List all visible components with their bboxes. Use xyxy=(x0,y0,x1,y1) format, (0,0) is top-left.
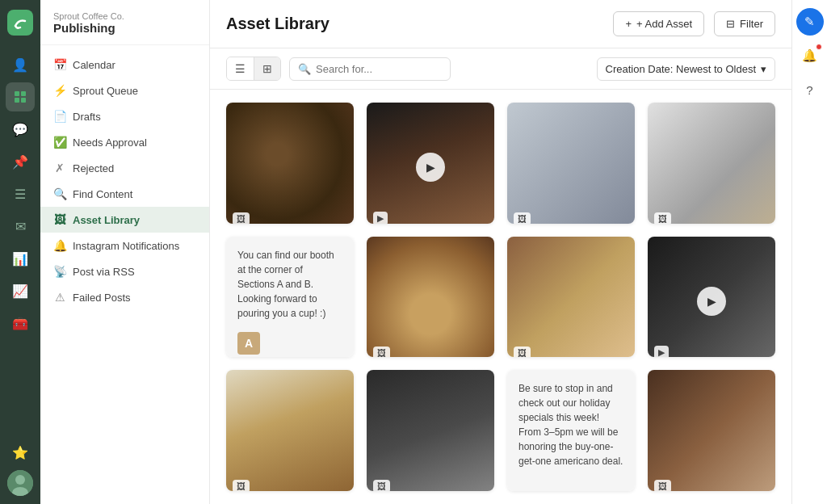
user-avatar[interactable] xyxy=(7,470,33,496)
chevron-down-icon: ▾ xyxy=(761,63,766,75)
asset-card[interactable]: 🖼 Assorted Coffee xyxy=(226,103,354,224)
asset-card[interactable]: Be sure to stop in and check out our hol… xyxy=(507,370,635,491)
sidebar-item-drafts[interactable]: 📄 Drafts xyxy=(40,103,209,129)
asset-thumbnail: 🖼 xyxy=(226,103,354,224)
search-icon: 🔍 xyxy=(298,63,311,75)
add-icon: + xyxy=(625,18,632,30)
filter-icon: ⊟ xyxy=(726,18,735,30)
sidebar-item-sprout-queue[interactable]: ⚡ Sprout Queue xyxy=(40,78,209,103)
filter-label: Filter xyxy=(740,18,763,30)
sidebar-item-asset-library[interactable]: 🖼 Asset Library xyxy=(40,207,209,233)
asset-thumbnail: 🖼 xyxy=(507,103,635,224)
notification-dot xyxy=(816,44,822,50)
asset-thumbnail: 🖼 xyxy=(648,370,775,491)
type-badge: 🖼 xyxy=(514,212,531,224)
play-button: ▶ xyxy=(416,153,445,182)
sort-dropdown[interactable]: Creation Date: Newest to Oldest ▾ xyxy=(597,57,775,81)
asset-thumbnail: ▶ ▶ xyxy=(648,237,775,358)
sidebar-icon-profile[interactable]: 👤 xyxy=(6,50,35,79)
asset-card[interactable]: 🖼 Pour Over Top xyxy=(648,103,775,224)
rss-icon: 📡 xyxy=(53,265,66,278)
sidebar-item-rejected[interactable]: ✗ Rejected xyxy=(40,155,209,181)
asset-card[interactable]: 🖼 xyxy=(367,370,494,491)
sidebar-item-instagram-notifications[interactable]: 🔔 Instagram Notifications xyxy=(40,233,209,258)
sidebar-item-label: Asset Library xyxy=(73,214,140,226)
asset-card[interactable]: ▶ ▶ Making an Esspresso xyxy=(367,103,494,224)
sidebar-icon-star[interactable]: ⭐ xyxy=(6,438,35,467)
toolbar: ☰ ⊞ 🔍 Creation Date: Newest to Oldest ▾ xyxy=(210,48,791,90)
nav-sidebar: Sprout Coffee Co. Publishing 📅 Calendar … xyxy=(40,0,210,504)
brand-name: Publishing xyxy=(53,21,196,35)
sidebar-icon-publishing[interactable] xyxy=(6,82,35,111)
sidebar-icon-tasks[interactable]: 📌 xyxy=(6,147,35,176)
asset-thumbnail: 🖼 xyxy=(226,370,354,491)
sidebar-icon-analytics[interactable]: 📊 xyxy=(6,244,35,273)
failed-posts-icon: ⚠ xyxy=(53,291,66,304)
svg-rect-2 xyxy=(15,98,19,103)
sidebar-item-label: Drafts xyxy=(73,111,101,123)
image-icon: 🖼 xyxy=(237,481,246,491)
asset-card[interactable]: ▶ ▶ How-to Milk Froth xyxy=(648,237,775,358)
svg-rect-1 xyxy=(21,91,26,96)
help-button[interactable]: ? xyxy=(796,76,824,103)
app-logo xyxy=(7,10,33,36)
sidebar-item-label: Failed Posts xyxy=(73,292,131,304)
brand-subtitle: Sprout Coffee Co. xyxy=(53,11,196,21)
sidebar-icon-send[interactable]: ✉ xyxy=(6,212,35,241)
nav-items: 📅 Calendar ⚡ Sprout Queue 📄 Drafts ✅ Nee… xyxy=(40,45,209,317)
sidebar-icon-messages[interactable]: 💬 xyxy=(6,115,35,144)
edit-profile-button[interactable]: ✎ xyxy=(796,8,824,36)
main-content: Asset Library + + Add Asset ⊟ Filter ☰ ⊞… xyxy=(210,0,791,504)
video-icon: ▶ xyxy=(658,347,665,358)
sidebar-item-label: Calendar xyxy=(73,59,115,71)
sidebar-icon-feeds[interactable]: ☰ xyxy=(6,179,35,208)
asset-card[interactable]: 🖼 Store View xyxy=(507,103,635,224)
add-asset-button[interactable]: + + Add Asset xyxy=(613,11,704,36)
image-icon: 🖼 xyxy=(518,214,527,224)
svg-rect-0 xyxy=(15,91,19,96)
asset-card[interactable]: 🖼 December Special xyxy=(507,237,635,358)
asset-thumbnail: ▶ ▶ xyxy=(367,103,494,224)
filter-button[interactable]: ⊟ Filter xyxy=(714,11,775,36)
view-toggle: ☰ ⊞ xyxy=(226,57,281,81)
asset-thumbnail: You can find our booth at the corner of … xyxy=(226,237,354,358)
image-icon: 🖼 xyxy=(377,481,386,491)
icon-sidebar: 👤 💬 📌 ☰ ✉ 📊 📈 🧰 ⭐ xyxy=(0,0,40,504)
asset-card[interactable]: 🖼 Latte Art xyxy=(367,237,494,358)
notifications-button[interactable]: 🔔 xyxy=(796,42,824,69)
sidebar-icon-tools[interactable]: 🧰 xyxy=(6,309,35,338)
asset-thumbnail: 🖼 xyxy=(648,103,775,224)
type-badge: 🖼 xyxy=(373,346,390,358)
add-asset-label: + Add Asset xyxy=(636,18,692,30)
sort-label: Creation Date: Newest to Oldest xyxy=(606,63,756,75)
sidebar-item-label: Rejected xyxy=(73,162,114,174)
sidebar-item-needs-approval[interactable]: ✅ Needs Approval xyxy=(40,129,209,155)
image-icon: 🖼 xyxy=(377,348,386,358)
instagram-icon: 🔔 xyxy=(53,239,66,252)
search-input[interactable] xyxy=(316,63,442,75)
sidebar-item-label: Needs Approval xyxy=(73,136,147,149)
sidebar-item-post-via-rss[interactable]: 📡 Post via RSS xyxy=(40,258,209,284)
grid-view-button[interactable]: ⊞ xyxy=(254,57,280,80)
asset-card[interactable]: 🖼 xyxy=(648,370,775,491)
sidebar-icon-reports[interactable]: 📈 xyxy=(6,276,35,305)
asset-thumbnail: 🖼 xyxy=(367,370,494,491)
image-icon: 🖼 xyxy=(518,348,527,358)
list-view-button[interactable]: ☰ xyxy=(227,57,254,80)
image-icon: 🖼 xyxy=(658,481,667,491)
type-badge: 🖼 xyxy=(233,480,250,491)
text-content: Be sure to stop in and check out our hol… xyxy=(518,381,623,468)
right-bar: ✎ 🔔 ? xyxy=(791,0,827,504)
type-badge: 🖼 xyxy=(233,212,250,224)
sidebar-item-calendar[interactable]: 📅 Calendar xyxy=(40,52,209,78)
page-title: Asset Library xyxy=(226,15,603,33)
sidebar-item-find-content[interactable]: 🔍 Find Content xyxy=(40,181,209,207)
search-box: 🔍 xyxy=(289,57,451,81)
svg-rect-3 xyxy=(21,98,26,103)
asset-card[interactable]: 🖼 xyxy=(226,370,354,491)
drafts-icon: 📄 xyxy=(53,110,66,123)
play-button: ▶ xyxy=(697,287,726,316)
find-content-icon: 🔍 xyxy=(53,187,66,200)
sidebar-item-failed-posts[interactable]: ⚠ Failed Posts xyxy=(40,284,209,310)
asset-card[interactable]: You can find our booth at the corner of … xyxy=(226,237,354,358)
